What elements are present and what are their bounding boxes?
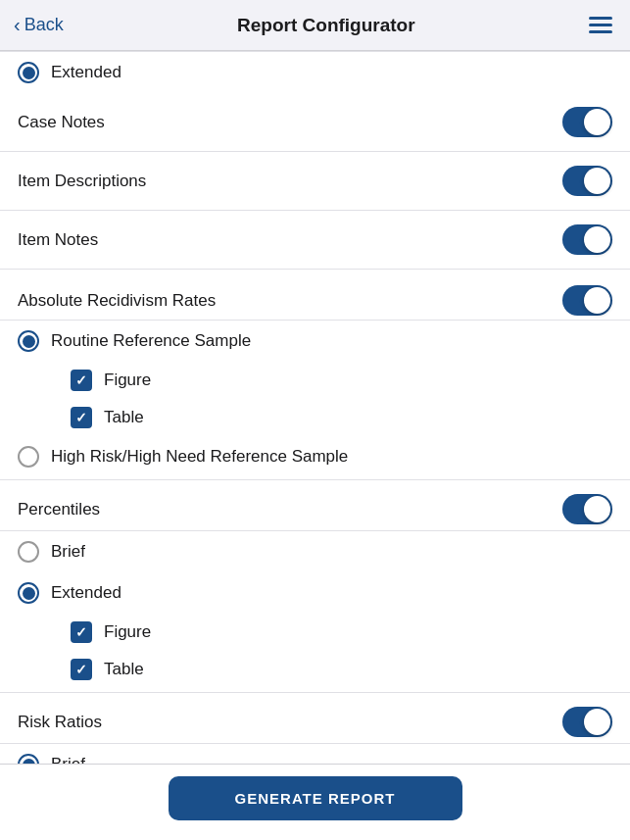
content-area: Extended Case Notes Item Descriptions It… bbox=[0, 51, 630, 840]
table-2-checkbox[interactable] bbox=[71, 659, 92, 680]
figure-2-label: Figure bbox=[104, 622, 151, 642]
generate-report-button[interactable]: GENERATE REPORT bbox=[169, 776, 462, 820]
risk-ratios-label: Risk Ratios bbox=[18, 713, 102, 732]
case-notes-row: Case Notes bbox=[0, 93, 630, 152]
item-descriptions-toggle[interactable] bbox=[562, 166, 612, 196]
routine-reference-radio-row[interactable]: Routine Reference Sample bbox=[0, 321, 630, 362]
hamburger-line-2 bbox=[589, 24, 612, 26]
case-notes-label: Case Notes bbox=[18, 113, 105, 132]
item-descriptions-toggle-track[interactable] bbox=[562, 166, 612, 196]
extended-2-radio-input[interactable] bbox=[18, 582, 39, 604]
case-notes-toggle-track[interactable] bbox=[562, 107, 612, 137]
item-notes-row: Item Notes bbox=[0, 211, 630, 270]
chevron-left-icon: ‹ bbox=[14, 14, 21, 36]
item-descriptions-row: Item Descriptions bbox=[0, 152, 630, 211]
menu-button[interactable] bbox=[589, 17, 612, 33]
figure-2-checkbox[interactable] bbox=[71, 621, 92, 643]
percentiles-label: Percentiles bbox=[18, 500, 100, 519]
hamburger-line-3 bbox=[589, 30, 612, 33]
high-risk-radio-row[interactable]: High Risk/High Need Reference Sample bbox=[0, 436, 630, 479]
hamburger-line-1 bbox=[589, 17, 612, 20]
percentiles-toggle-thumb bbox=[584, 496, 610, 522]
high-risk-label: High Risk/High Need Reference Sample bbox=[51, 447, 348, 467]
absolute-recidivism-row: Absolute Recidivism Rates bbox=[0, 270, 630, 321]
table-1-checkbox[interactable] bbox=[71, 407, 92, 428]
risk-ratios-toggle[interactable] bbox=[562, 707, 612, 737]
figure-1-checkbox-row[interactable]: Figure bbox=[0, 362, 630, 399]
brief-radio-row[interactable]: Brief bbox=[0, 531, 630, 572]
extended-2-label: Extended bbox=[51, 583, 121, 603]
extended-radio-label: Extended bbox=[51, 63, 121, 82]
item-descriptions-label: Item Descriptions bbox=[18, 172, 146, 191]
table-1-label: Table bbox=[104, 408, 144, 427]
figure-2-checkbox-row[interactable]: Figure bbox=[0, 614, 630, 651]
item-notes-label: Item Notes bbox=[18, 230, 98, 250]
brief-radio-input[interactable] bbox=[18, 541, 39, 563]
page-title: Report Configurator bbox=[237, 15, 415, 36]
absolute-recidivism-toggle-thumb bbox=[584, 287, 610, 314]
bottom-bar: GENERATE REPORT bbox=[0, 764, 630, 840]
back-label: Back bbox=[24, 15, 64, 35]
table-1-checkbox-row[interactable]: Table bbox=[0, 399, 630, 436]
extended-radio-input[interactable] bbox=[18, 62, 39, 83]
percentiles-toggle[interactable] bbox=[562, 494, 612, 524]
absolute-recidivism-label: Absolute Recidivism Rates bbox=[18, 291, 216, 311]
app-header: ‹ Back Report Configurator bbox=[0, 0, 630, 51]
back-button[interactable]: ‹ Back bbox=[14, 14, 64, 36]
risk-ratios-toggle-track[interactable] bbox=[562, 707, 612, 737]
item-notes-toggle[interactable] bbox=[562, 224, 612, 255]
extended-2-radio-row[interactable]: Extended bbox=[0, 572, 630, 614]
absolute-recidivism-toggle[interactable] bbox=[562, 285, 612, 316]
case-notes-toggle[interactable] bbox=[562, 107, 612, 137]
routine-reference-label: Routine Reference Sample bbox=[51, 331, 251, 351]
absolute-recidivism-toggle-track[interactable] bbox=[562, 285, 612, 316]
risk-ratios-row: Risk Ratios bbox=[0, 692, 630, 744]
figure-1-checkbox[interactable] bbox=[71, 370, 92, 391]
figure-1-label: Figure bbox=[104, 371, 151, 390]
high-risk-radio-input[interactable] bbox=[18, 446, 39, 468]
item-notes-toggle-thumb bbox=[584, 226, 610, 253]
percentiles-row: Percentiles bbox=[0, 479, 630, 531]
percentiles-toggle-track[interactable] bbox=[562, 494, 612, 524]
item-descriptions-toggle-thumb bbox=[584, 168, 610, 194]
risk-ratios-toggle-thumb bbox=[584, 709, 610, 735]
table-2-checkbox-row[interactable]: Table bbox=[0, 651, 630, 688]
extended-radio-row[interactable]: Extended bbox=[0, 51, 630, 93]
brief-label: Brief bbox=[51, 542, 85, 562]
item-notes-toggle-track[interactable] bbox=[562, 224, 612, 255]
case-notes-toggle-thumb bbox=[584, 109, 610, 135]
table-2-label: Table bbox=[104, 660, 144, 679]
routine-reference-radio-input[interactable] bbox=[18, 330, 39, 352]
